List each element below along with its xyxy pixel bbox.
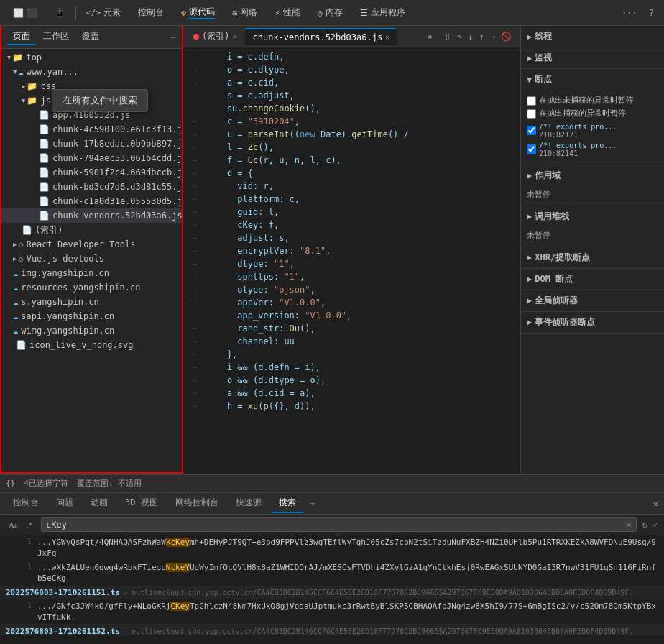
bp-checkbox[interactable] xyxy=(527,144,536,154)
section-xhr-header[interactable]: ▶ XHR/提取断点 xyxy=(521,247,664,268)
more-button[interactable]: ··· xyxy=(617,5,642,21)
section-dom-header[interactable]: ▶ DOM 断点 xyxy=(521,269,664,290)
folder-icon: 📁 xyxy=(27,96,37,106)
section-global-listeners-header[interactable]: ▶ 全局侦听器 xyxy=(521,290,664,311)
tab-performance[interactable]: ⚡ 性能 xyxy=(267,4,307,22)
tab-overflow-btn[interactable]: » xyxy=(425,32,435,42)
code-content: o = e.dtype, xyxy=(206,63,290,76)
bp-checkbox[interactable] xyxy=(527,126,536,135)
close-tab-btn[interactable]: ✕ xyxy=(385,33,389,41)
result-group-header[interactable]: 2022576803-1710261152.ts — outlivecloud-… xyxy=(0,625,664,635)
tree-item-www[interactable]: ▼ ☁ www.yan... xyxy=(1,65,182,79)
tree-item-label: sapi.yangshipin.cn xyxy=(21,311,114,321)
section-watch-header[interactable]: ▶ 监视 xyxy=(521,47,664,68)
code-line: - appVer: "V1.0.0", xyxy=(183,296,520,309)
search-accept-btn[interactable]: ✓ xyxy=(653,520,658,530)
list-item[interactable]: 1 .../GNfc3JW4kO/gfFly+NLoGKRjCKeyTpChlc… xyxy=(0,599,664,625)
list-item[interactable]: ☁ img.yangshipin.cn xyxy=(1,266,182,280)
line-indicator: - xyxy=(189,309,200,322)
section-xhr-label: XHR/提取断点 xyxy=(535,252,590,264)
section-global-listeners: ▶ 全局侦听器 xyxy=(521,290,664,312)
deactivate-icon[interactable]: 🚫 xyxy=(501,32,512,42)
tree-item-vendors[interactable]: 📄 chunk-vendors.52bd03a6.js xyxy=(1,208,182,223)
close-bottom-btn[interactable]: ✕ xyxy=(653,499,658,509)
list-item[interactable]: ☁ sapi.yangshipin.cn xyxy=(1,309,182,323)
step-icon[interactable]: → xyxy=(490,32,495,42)
list-item[interactable]: 📄 chunk-5901f2c4.669dbccb.js xyxy=(1,165,182,180)
tab-memory[interactable]: ◎ 内存 xyxy=(310,4,350,22)
list-item[interactable]: 📄 chunk-4c590100.e61c3f13.js xyxy=(1,122,182,137)
tab-application[interactable]: ☰ 应用程序 xyxy=(353,4,412,22)
section-breakpoints-header[interactable]: ▼ 断点 xyxy=(521,69,664,90)
braces-btn[interactable]: {} xyxy=(6,479,15,488)
result-path: — outlivecloud-cdn.ysp.cctv.cn/CA4CB3DC2… xyxy=(123,589,633,597)
add-tab-btn[interactable]: + xyxy=(306,496,320,512)
bottom-tab-issues[interactable]: 问题 xyxy=(49,494,80,513)
search-refresh-btn[interactable]: ↻ xyxy=(642,520,647,530)
search-clear-btn[interactable]: ✕ xyxy=(626,520,631,530)
breakpoint-item: /*! exports pro... 210:82121 xyxy=(527,121,658,140)
bottom-tab-quick-source[interactable]: 快速源 xyxy=(229,494,269,513)
section-event-listeners-header[interactable]: ▶ 事件侦听器断点 xyxy=(521,312,664,333)
tab-inspect[interactable]: ⬜ ⬛ xyxy=(6,5,45,21)
list-item[interactable]: ☁ resources.yangshipin.cn xyxy=(1,280,182,295)
tab-device[interactable]: 📱 xyxy=(47,5,73,21)
bottom-tab-network-console[interactable]: 网络控制台 xyxy=(168,494,226,513)
list-item[interactable]: 📄 chunk-17b8edac.0b9bb897.js xyxy=(1,137,182,151)
file-icon: 📄 xyxy=(39,110,50,120)
list-item[interactable]: ☁ wimg.yangshipin.cn xyxy=(1,323,182,338)
checkbox-caught[interactable] xyxy=(527,109,536,119)
line-indicator: - xyxy=(189,374,200,387)
list-item[interactable]: ☁ s.yangshipin.cn xyxy=(1,295,182,309)
step-over-icon[interactable]: ↷ xyxy=(457,32,462,42)
result-group-header[interactable]: 2022576803-1710261151.ts — outlivecloud-… xyxy=(0,586,664,599)
section-threads-header[interactable]: ▶ 线程 xyxy=(521,26,664,47)
list-item[interactable]: 1 ...YGWyQsPqt/4QNHAQASFzhWaWkcKeymh+DEH… xyxy=(0,535,664,561)
list-item[interactable]: 1 ...wXkZALUen0gwq4wRbkFTieopNckeYUqWyIm… xyxy=(0,561,664,586)
left-panel-more-button[interactable]: ⋯ xyxy=(171,32,176,42)
tab-sources[interactable]: ⚙ 源代码 xyxy=(174,3,222,22)
section-global-listeners-label: 全局侦听器 xyxy=(535,295,578,307)
list-item[interactable]: 📄 chunk-794aec53.061b4cdd.js xyxy=(1,151,182,165)
bottom-tab-console[interactable]: 控制台 xyxy=(6,494,46,513)
bottom-tab-animation[interactable]: 动画 xyxy=(83,494,115,513)
left-tab-page[interactable]: 页面 xyxy=(7,29,36,45)
bottom-tab-search[interactable]: 搜索 xyxy=(272,494,303,513)
tab-network[interactable]: ≋ 网络 xyxy=(225,4,264,22)
code-line: - u = parseInt((new Date).getTime() / xyxy=(183,128,520,141)
tab-console[interactable]: 控制台 xyxy=(131,4,171,22)
help-button[interactable]: ? xyxy=(645,5,658,21)
list-item[interactable]: 📄 chunk-bd3cd7d6.d3d81c55.js xyxy=(1,180,182,194)
code-line: - cKey: f, xyxy=(183,218,520,231)
list-item[interactable]: ▶ ◇ React Developer Tools xyxy=(1,237,182,252)
section-breakpoints-label: 断点 xyxy=(535,73,552,86)
left-tab-workspace[interactable]: 工作区 xyxy=(37,29,75,45)
step-out-icon[interactable]: ↑ xyxy=(479,32,484,42)
left-tab-overrides[interactable]: 覆盖 xyxy=(76,29,105,45)
option-case-btn[interactable]: Aa xyxy=(6,520,21,530)
list-item[interactable]: 📄 icon_live_v_hong.svg xyxy=(1,338,182,352)
list-item[interactable]: 📄 chunk-c1a0d31e.055530d5.js xyxy=(1,194,182,208)
tree-item-index[interactable]: 📄 (索引) xyxy=(1,223,182,237)
section-call-stack-header[interactable]: ▶ 调用堆栈 xyxy=(521,206,664,227)
context-popup[interactable]: 在所有文件中搜索 xyxy=(52,89,148,112)
bottom-tab-3d[interactable]: 3D 视图 xyxy=(118,494,165,513)
tree-item-js-label: js xyxy=(40,96,50,106)
section-scope-header[interactable]: ▶ 作用域 xyxy=(521,165,664,186)
tree-item-top[interactable]: ▼ 📁 top xyxy=(1,50,182,65)
tab-elements[interactable]: </> 元素 xyxy=(79,4,128,22)
list-item[interactable]: ▶ ◇ Vue.js devtools xyxy=(1,252,182,266)
step-into-icon[interactable]: ↓ xyxy=(468,32,473,42)
tab-vendors[interactable]: chunk-vendors.52bd03a6.js ✕ xyxy=(245,28,397,45)
search-input[interactable] xyxy=(46,520,623,530)
code-content: i && (d.defn = i), xyxy=(206,361,321,374)
tree-item-label: React Developer Tools xyxy=(27,239,136,249)
arrow-right-icon: ▶ xyxy=(527,211,532,221)
option-regex-btn[interactable]: .* xyxy=(24,520,35,530)
bp-line: 210:82121 xyxy=(539,131,617,139)
code-content: dtype: "1", xyxy=(206,257,295,270)
tab-index[interactable]: (索引) ✕ xyxy=(186,27,244,45)
close-tab-btn[interactable]: ✕ xyxy=(232,32,236,40)
checkbox-uncaught[interactable] xyxy=(527,96,536,106)
pause-icon[interactable]: ⏸ xyxy=(443,32,451,42)
